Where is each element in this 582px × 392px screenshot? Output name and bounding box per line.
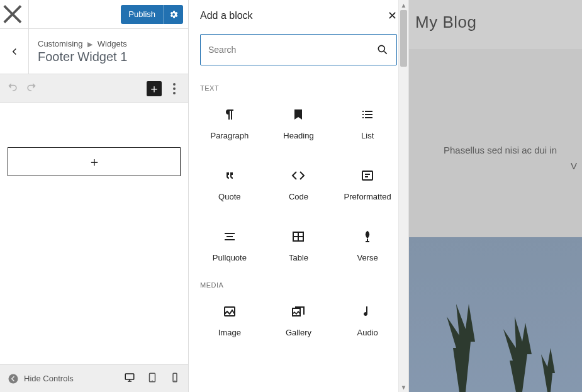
block-paragraph[interactable]: Paragraph xyxy=(195,98,264,140)
scroll-thumb[interactable] xyxy=(400,10,407,67)
publish-button-group: Publish xyxy=(121,5,183,24)
breadcrumb: Customising ▶ Widgets Footer Widget 1 xyxy=(0,29,188,74)
svg-point-5 xyxy=(174,380,176,381)
block-label: Code xyxy=(289,192,308,201)
block-code[interactable]: Code xyxy=(264,159,333,201)
customizer-panel: Publish Customising ▶ Widgets Footer Wid… xyxy=(0,0,189,392)
breadcrumb-current[interactable]: Widgets xyxy=(98,39,127,48)
preformatted-icon xyxy=(360,168,375,183)
hide-controls-label: Hide Controls xyxy=(24,374,74,383)
svg-rect-7 xyxy=(362,171,372,180)
customizer-footer: Hide Controls xyxy=(0,364,188,392)
list-icon xyxy=(360,107,375,122)
chevron-left-icon xyxy=(9,46,20,57)
block-label: Image xyxy=(218,328,241,337)
close-inserter-button[interactable]: ✕ xyxy=(388,9,397,23)
back-button[interactable] xyxy=(0,29,29,74)
svg-point-3 xyxy=(152,380,153,381)
tablet-icon xyxy=(147,372,158,383)
preview-image-trees xyxy=(422,279,573,392)
svg-point-0 xyxy=(9,374,18,383)
scroll-down-arrow[interactable]: ▼ xyxy=(399,382,408,392)
publish-button[interactable]: Publish xyxy=(121,5,163,24)
site-preview: My Blog Phasellus sed nisi ac dui in V xyxy=(409,0,582,392)
preview-desktop-button[interactable] xyxy=(124,372,135,385)
breadcrumb-parent[interactable]: Customising xyxy=(38,39,83,48)
page-title: Footer Widget 1 xyxy=(38,50,179,64)
paragraph-icon xyxy=(222,107,237,122)
svg-point-6 xyxy=(378,45,384,52)
bookmark-icon xyxy=(291,107,306,122)
preview-mobile-button[interactable] xyxy=(169,372,181,385)
scroll-up-arrow[interactable]: ▲ xyxy=(399,0,408,10)
block-label: Paragraph xyxy=(210,131,249,140)
block-quote[interactable]: Quote xyxy=(195,159,264,201)
block-image[interactable]: Image xyxy=(195,295,264,337)
block-label: Pullquote xyxy=(213,253,247,262)
block-audio[interactable]: Audio xyxy=(333,295,402,337)
redo-button[interactable] xyxy=(25,81,38,96)
code-icon xyxy=(291,168,306,183)
search-input[interactable] xyxy=(208,45,376,55)
inserter-scrollbar[interactable]: ▲ ▼ xyxy=(398,0,408,392)
audio-icon xyxy=(360,304,375,319)
image-icon xyxy=(222,304,237,319)
inserter-title: Add a block xyxy=(200,10,253,21)
category-label-media: MEDIA xyxy=(189,262,408,289)
block-label: Quote xyxy=(218,192,240,201)
media-blocks-grid: Image Gallery Audio xyxy=(189,289,408,337)
widget-canvas: ＋ xyxy=(0,103,188,364)
svg-rect-1 xyxy=(125,374,134,379)
redo-icon xyxy=(25,81,38,94)
widget-toolbar: ＋ xyxy=(0,74,188,103)
site-title: My Blog xyxy=(415,13,476,32)
add-block-button[interactable]: ＋ xyxy=(147,81,162,96)
plus-icon: ＋ xyxy=(88,154,101,171)
block-inserter-panel: Add a block ✕ TEXT Paragraph Heading xyxy=(189,0,409,392)
close-icon: ✕ xyxy=(388,9,397,22)
customizer-topbar: Publish xyxy=(0,0,188,29)
block-table[interactable]: Table xyxy=(264,220,333,262)
undo-icon xyxy=(6,81,19,94)
desktop-icon xyxy=(124,372,135,383)
preview-tablet-button[interactable] xyxy=(147,372,158,385)
publish-settings-button[interactable] xyxy=(163,5,183,24)
more-options-button[interactable] xyxy=(167,83,182,94)
search-icon xyxy=(376,43,389,56)
chevron-left-circle-icon xyxy=(8,373,19,384)
pullquote-icon xyxy=(222,229,237,244)
hide-controls-button[interactable]: Hide Controls xyxy=(8,373,74,384)
category-label-text: TEXT xyxy=(189,65,408,92)
verse-icon xyxy=(360,229,375,244)
mobile-icon xyxy=(169,372,181,383)
gallery-icon xyxy=(291,304,306,319)
insert-block-button[interactable]: ＋ xyxy=(8,147,181,176)
block-label: Audio xyxy=(357,328,378,337)
close-icon xyxy=(0,0,28,28)
quote-icon xyxy=(222,168,237,183)
table-icon xyxy=(291,229,306,244)
text-blocks-grid: Paragraph Heading List Quote Code Prefor… xyxy=(189,92,408,262)
close-customizer-button[interactable] xyxy=(0,0,29,28)
hero-text-line2: V xyxy=(571,160,577,171)
block-label: Heading xyxy=(283,131,313,140)
block-label: Verse xyxy=(357,253,378,262)
hero-text-line1: Phasellus sed nisi ac dui in xyxy=(418,145,582,155)
caret-right-icon: ▶ xyxy=(87,40,92,48)
plus-icon: ＋ xyxy=(148,83,160,94)
search-input-wrapper xyxy=(200,34,397,65)
block-preformatted[interactable]: Preformatted xyxy=(333,159,402,201)
block-list[interactable]: List xyxy=(333,98,402,140)
block-gallery[interactable]: Gallery xyxy=(264,295,333,337)
undo-button[interactable] xyxy=(6,81,19,96)
block-pullquote[interactable]: Pullquote xyxy=(195,220,264,262)
gear-icon xyxy=(169,9,179,20)
block-verse[interactable]: Verse xyxy=(333,220,402,262)
block-label: Gallery xyxy=(286,328,311,337)
block-label: Table xyxy=(289,253,308,262)
block-heading[interactable]: Heading xyxy=(264,98,333,140)
block-label: Preformatted xyxy=(344,192,391,201)
block-label: List xyxy=(361,131,374,140)
